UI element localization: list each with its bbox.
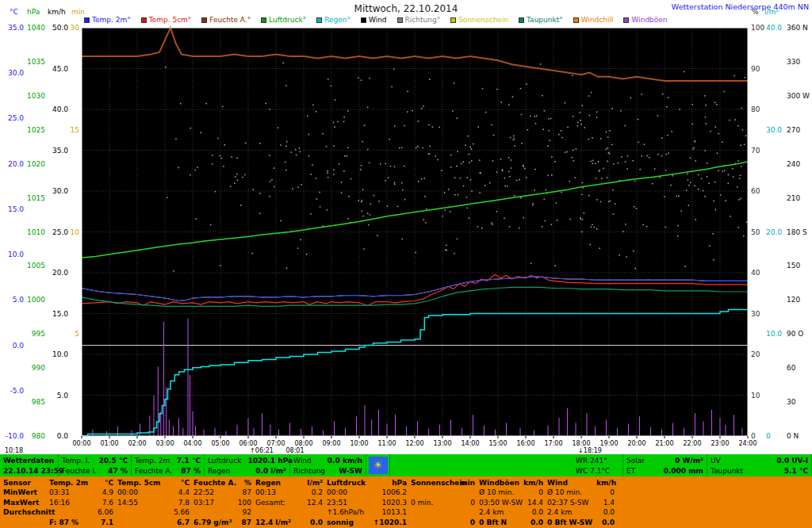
- regen-swatch-icon: [316, 17, 322, 23]
- legend-item-luftdruck: Luftdruck°: [261, 16, 306, 24]
- svg-text:10.0: 10.0: [766, 330, 782, 338]
- svg-text:km/h: km/h: [48, 8, 66, 16]
- feuchte-a-swatch-icon: [201, 17, 207, 23]
- stats-cell: Gesamt:: [254, 498, 295, 507]
- svg-text:30.0: 30.0: [52, 187, 68, 195]
- svg-text:90: 90: [751, 65, 760, 73]
- svg-text:21:00: 21:00: [655, 440, 673, 447]
- svg-text:15.0: 15.0: [52, 310, 68, 318]
- stats-header-name: Wind: [546, 478, 596, 488]
- svg-text:1015: 1015: [27, 194, 45, 202]
- stats-cell: 0.0: [523, 518, 546, 527]
- svg-text:19:00: 19:00: [599, 440, 618, 447]
- stats-cell: 6.79 g/m³: [192, 518, 233, 527]
- temp-2m-swatch-icon: [84, 17, 90, 23]
- svg-text:1025: 1025: [27, 126, 45, 134]
- stats-cell: 00:13: [254, 488, 295, 497]
- stats-row-label: [2, 518, 48, 527]
- stats-cell: [192, 507, 233, 517]
- svg-text:13:00: 13:00: [433, 440, 451, 447]
- svg-text:180 S: 180 S: [787, 228, 807, 236]
- statusbar-cell: Luftdruck1020.1 hPaRegen0.0 l/m²: [205, 454, 290, 476]
- stats-cell: 5.66: [162, 507, 192, 517]
- svg-text:17:00: 17:00: [544, 440, 562, 447]
- forecast-sun-icon: ☀: [369, 457, 388, 474]
- svg-text:0.0: 0.0: [13, 342, 25, 350]
- svg-text:1005: 1005: [27, 262, 45, 270]
- svg-text:30.0: 30.0: [8, 69, 24, 77]
- svg-text:40.0: 40.0: [52, 105, 68, 113]
- stats-cell: 22:52: [192, 488, 233, 497]
- svg-text:30: 30: [787, 398, 796, 406]
- stats-row: F: 87 %7.16.76.79 g/m³8712.4 l/m²0.0sonn…: [2, 518, 812, 527]
- stats-cell: 2.4 km: [546, 507, 596, 517]
- stats-row-label: MinWert: [2, 488, 48, 497]
- stats-header-unit: km/h: [596, 478, 617, 488]
- svg-text:1035: 1035: [27, 58, 45, 66]
- stats-cell: 1020.3: [370, 498, 409, 507]
- stats-cell: 4.9: [87, 488, 116, 497]
- sonnenschein-swatch-icon: [450, 17, 456, 23]
- taupunkt-swatch-icon: [519, 17, 524, 23]
- stats-cell: 12.4: [295, 498, 325, 507]
- svg-text:70: 70: [751, 147, 760, 155]
- stats-row: Durchschnitt6.065.6692↑1.6hPa/h1013.12.4…: [2, 507, 812, 517]
- svg-text:07:00: 07:00: [266, 440, 285, 447]
- svg-text:10.0: 10.0: [52, 350, 68, 358]
- svg-text:16:00: 16:00: [516, 440, 534, 447]
- svg-text:35.0: 35.0: [8, 24, 24, 32]
- svg-text:50: 50: [751, 228, 760, 236]
- stats-cell: 7.8: [162, 498, 192, 507]
- stats-cell: [116, 518, 162, 527]
- svg-text:02:00: 02:00: [128, 440, 146, 447]
- sun-annotation: ↓18:19: [578, 447, 602, 454]
- statusbar-spacer: [390, 454, 573, 476]
- svg-text:1030: 1030: [27, 92, 45, 100]
- svg-text:24:00: 24:00: [738, 440, 756, 447]
- svg-text:11:00: 11:00: [377, 440, 396, 447]
- weather-station-window: Mittwoch, 22.10.2014 Wetterstation Niede…: [0, 0, 812, 528]
- stats-cell: 0: [457, 518, 477, 527]
- stats-cell: 100: [233, 498, 254, 507]
- stats-cell: 14.4: [523, 498, 546, 507]
- stats-cell: [457, 507, 477, 517]
- legend-label: Feuchte A.°: [209, 16, 251, 24]
- svg-text:09:00: 09:00: [322, 440, 340, 447]
- statusbar-cell: Wind0.0 km/hRichtungW-SW: [290, 454, 366, 476]
- legend-item-taupunkt: Taupunkt°: [519, 16, 563, 24]
- legend-item-wind: Wind: [361, 16, 387, 24]
- statusbar-solar-et: Solar0 W/m²ET0.000 mm: [623, 454, 707, 476]
- sun-annotation: 08:01: [285, 447, 304, 454]
- stats-cell: Ø 10 min.: [477, 488, 523, 497]
- stats-cell: [409, 507, 457, 517]
- stats-cell: 0: [596, 488, 617, 497]
- svg-text:100: 100: [751, 24, 764, 32]
- legend-label: Taupunkt°: [527, 16, 563, 24]
- svg-text:0 N: 0 N: [787, 432, 799, 440]
- weather-chart: °C35.030.025.020.015.010.05.00.0-5.0-10.…: [0, 0, 812, 454]
- legend-label: Regen°: [324, 16, 350, 24]
- stats-row-label: MaxWert: [2, 498, 48, 507]
- svg-text:330: 330: [787, 58, 800, 66]
- svg-text:90 O: 90 O: [787, 330, 803, 338]
- stats-cell: sonnig: [325, 518, 370, 527]
- stats-header-unit: °C: [87, 478, 116, 488]
- svg-text:40.0: 40.0: [766, 24, 782, 32]
- statusbar-section-title: Wetterdaten22.10.14 23:59: [0, 454, 59, 476]
- svg-text:00:00: 00:00: [72, 440, 90, 447]
- stats-cell: ↑1.6hPa/h: [325, 507, 370, 517]
- svg-text:5.0: 5.0: [13, 296, 25, 304]
- svg-text:120: 120: [787, 296, 800, 304]
- stats-cell: [409, 518, 457, 527]
- svg-text:10: 10: [71, 228, 80, 236]
- svg-text:1000: 1000: [27, 296, 45, 304]
- svg-text:01:00: 01:00: [100, 440, 118, 447]
- stats-row-label: Durchschnitt: [2, 507, 48, 517]
- svg-text:10: 10: [751, 392, 760, 400]
- svg-text:60: 60: [787, 364, 796, 372]
- stats-cell: 1013.1: [370, 507, 409, 517]
- svg-text:15:00: 15:00: [488, 440, 507, 447]
- stats-cell: 0.2: [295, 488, 325, 497]
- stats-header-unit: km/h: [523, 478, 546, 488]
- stats-cell: 7.1: [87, 518, 116, 527]
